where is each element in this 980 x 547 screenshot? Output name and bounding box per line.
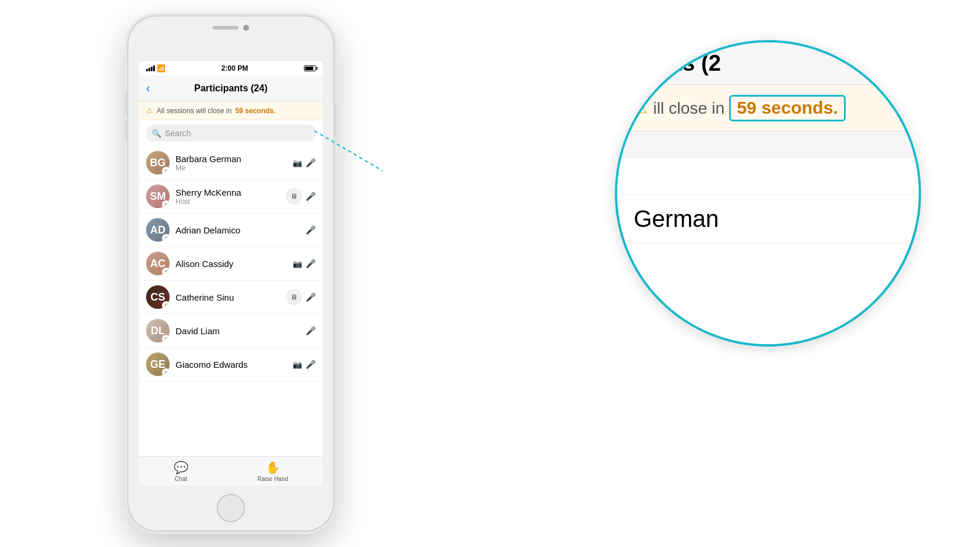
avatar-barbara: BG 🎙	[146, 151, 170, 174]
magnifier-warning-text: ill close in 59 seconds.	[653, 98, 846, 118]
participant-row-catherine[interactable]: CS 🎙 Catherine Sinu 🖥 🎤	[139, 281, 323, 314]
magnifier-inner: ipants (2 ⚠ ill close in 59 seconds. Ger…	[617, 42, 919, 344]
participant-name-alison: Alison Cassidy	[176, 259, 287, 269]
mic-badge-adrian: 🎙	[162, 234, 170, 242]
participant-role-barbara: Me	[176, 164, 287, 172]
avatar-david: DL 🎙	[146, 319, 170, 342]
magnifier-barbara-row: German	[617, 195, 919, 243]
status-right	[304, 65, 316, 71]
phone-speaker	[213, 26, 239, 29]
tab-chat-label: Chat	[175, 476, 187, 482]
raise-hand-icon: ✋	[266, 460, 280, 474]
status-left: 📶	[146, 64, 165, 73]
magnifier-warning-icon: ⚠	[634, 99, 647, 117]
mic-badge-catherine: 🎙	[162, 301, 170, 309]
mic-icon-catherine: 🎤	[306, 292, 316, 302]
participant-name-david: David Liam	[176, 326, 300, 336]
battery-fill	[305, 67, 313, 70]
participant-info-giacomo: Giacomo Edwards	[176, 360, 287, 370]
participant-row-giacomo[interactable]: GE 🎙 Giacomo Edwards 📷 🎤	[139, 348, 323, 381]
participant-name-giacomo: Giacomo Edwards	[176, 360, 287, 370]
mic-icon-giacomo: 🎤	[306, 360, 316, 369]
participant-row-alison[interactable]: AC 🎙 Alison Cassidy 📷 🎤	[139, 247, 323, 281]
magnifier-title-text: ipants (2	[629, 51, 721, 75]
mic-icon-adrian: 🎤	[306, 225, 316, 235]
avatar-alison: AC 🎙	[146, 252, 170, 275]
phone-mockup: 📶 2:00 PM ‹ Participants (24) ⚠ All sess…	[128, 17, 333, 530]
participant-row-sherry[interactable]: SM 🎙 Sherry McKenna Host 🖥 🎤	[139, 180, 323, 213]
magnifier-search-row	[617, 131, 919, 157]
participant-icons-david: 🎤	[306, 326, 316, 335]
mic-badge-sherry: 🎙	[162, 200, 170, 208]
volume-down-button	[125, 120, 128, 141]
search-input[interactable]: Search	[165, 128, 191, 138]
participant-icons-adrian: 🎤	[306, 225, 316, 235]
warning-banner: ⚠ All sessions will close in 59 seconds.	[139, 101, 323, 120]
back-button[interactable]: ‹	[146, 81, 150, 95]
mic-badge-david: 🎙	[162, 335, 170, 342]
participant-info-barbara: Barbara German Me	[176, 154, 287, 172]
participant-icons-alison: 📷 🎤	[293, 259, 316, 268]
signal-bar-3	[151, 67, 153, 71]
participant-name-sherry: Sherry McKenna	[176, 187, 280, 197]
status-bar: 📶 2:00 PM	[139, 61, 323, 75]
avatar-sherry: SM 🎙	[146, 184, 170, 208]
avatar-catherine: CS 🎙	[146, 285, 170, 309]
avatar-adrian: AD 🎙	[146, 218, 170, 242]
tab-raise-hand-label: Raise Hand	[257, 476, 288, 482]
nav-title: Participants (24)	[194, 83, 267, 94]
search-icon: 🔍	[152, 129, 161, 138]
screen-share-icon-sherry: 🖥	[286, 188, 302, 205]
phone-screen: 📶 2:00 PM ‹ Participants (24) ⚠ All sess…	[139, 61, 323, 486]
participant-name-catherine: Catherine Sinu	[176, 292, 280, 302]
signal-bars	[146, 65, 155, 71]
home-button[interactable]	[217, 494, 245, 522]
battery-icon	[304, 65, 316, 71]
magnifier-barbara-name: German	[634, 206, 719, 232]
tab-chat[interactable]: 💬 Chat	[174, 460, 188, 482]
participant-row-david[interactable]: DL 🎙 David Liam 🎤	[139, 314, 323, 348]
camera-icon-barbara: 📷	[293, 159, 302, 167]
participants-list: BG 🎙 Barbara German Me 📷 🎤 SM	[139, 146, 323, 456]
participant-icons-barbara: 📷 🎤	[293, 158, 316, 167]
signal-bar-2	[148, 68, 150, 71]
mic-badge-alison: 🎙	[162, 268, 170, 275]
tab-bar: 💬 Chat ✋ Raise Hand	[139, 456, 323, 486]
tab-raise-hand[interactable]: ✋ Raise Hand	[257, 460, 288, 482]
mic-badge-barbara: 🎙	[162, 167, 170, 174]
participant-info-adrian: Adrian Delamico	[176, 225, 300, 235]
chat-icon: 💬	[174, 460, 188, 474]
participant-icons-sherry: 🖥 🎤	[286, 188, 316, 205]
mic-badge-giacomo: 🎙	[162, 368, 170, 376]
warning-countdown: 59 seconds.	[235, 107, 276, 115]
participant-name-adrian: Adrian Delamico	[176, 225, 300, 235]
warning-text-before: All sessions will close in	[157, 107, 231, 115]
warning-icon: ⚠	[146, 106, 153, 115]
nav-bar: ‹ Participants (24)	[139, 75, 323, 101]
mic-icon-barbara: 🎤	[306, 158, 316, 167]
magnifier-empty-row	[617, 157, 919, 195]
phone-camera	[243, 25, 249, 31]
search-input-wrap[interactable]: 🔍 Search	[146, 125, 316, 141]
participant-info-catherine: Catherine Sinu	[176, 292, 280, 302]
mic-icon-alison: 🎤	[306, 259, 316, 268]
participant-icons-giacomo: 📷 🎤	[293, 360, 316, 369]
camera-icon-giacomo: 📷	[293, 360, 302, 369]
participant-row-adrian[interactable]: AD 🎙 Adrian Delamico 🎤	[139, 213, 323, 247]
search-bar: 🔍 Search	[139, 120, 323, 146]
signal-bar-1	[146, 69, 148, 71]
signal-bar-4	[153, 65, 155, 71]
participant-icons-catherine: 🖥 🎤	[286, 289, 316, 305]
magnifier-circle: ipants (2 ⚠ ill close in 59 seconds. Ger…	[615, 40, 921, 347]
phone-top-bar	[213, 25, 249, 31]
participant-info-david: David Liam	[176, 326, 300, 336]
volume-up-button	[125, 93, 128, 114]
camera-icon-alison: 📷	[293, 259, 302, 268]
participant-name-barbara: Barbara German	[176, 154, 287, 164]
avatar-giacomo: GE 🎙	[146, 352, 170, 376]
participant-info-alison: Alison Cassidy	[176, 259, 287, 269]
participant-row-barbara[interactable]: BG 🎙 Barbara German Me 📷 🎤	[139, 146, 323, 180]
mic-icon-david: 🎤	[306, 326, 316, 335]
magnifier-title-bar: ipants (2	[617, 42, 919, 85]
power-button	[333, 105, 336, 137]
